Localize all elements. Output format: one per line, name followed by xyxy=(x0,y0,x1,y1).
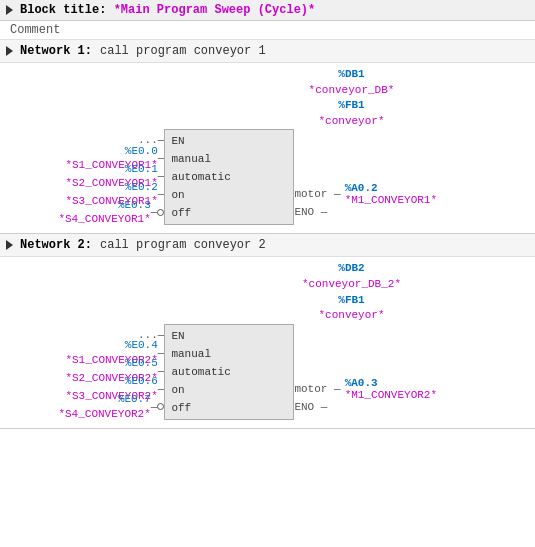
fb-port-row: on xyxy=(165,381,293,399)
fb-addr: %FB1 xyxy=(338,294,364,306)
fb-name: *conveyor* xyxy=(318,309,384,321)
network-number: Network 1: xyxy=(20,44,92,58)
right-pin-addr: %A0.2 xyxy=(345,182,437,194)
fb-port-row: manual xyxy=(165,150,293,168)
pin-addr: %E0.0 xyxy=(125,145,158,157)
right-pins: motor — %A0.2 *M1_CONVEYOR1* ENO — xyxy=(294,131,437,221)
right-pin-addr: %A0.3 xyxy=(345,377,437,389)
pin-connector: — xyxy=(158,188,165,200)
fb-port-label: on xyxy=(171,189,184,201)
network-call-text: call program conveyor 1 xyxy=(100,44,266,58)
fb-port-label: on xyxy=(171,384,184,396)
pin-var: *S4_CONVEYOR2* xyxy=(58,408,150,420)
network-number: Network 2: xyxy=(20,238,92,252)
left-pins: ...— %E0.0 *S1_CONVEYOR1* — %E0.1 *S2_CO… xyxy=(8,131,164,221)
pin-connector: — xyxy=(158,170,165,182)
collapse-icon[interactable] xyxy=(6,5,13,15)
fb-port-label: off xyxy=(171,402,191,414)
fb-port-row: off xyxy=(165,204,293,222)
fb-port-label: off xyxy=(171,207,191,219)
pin-addr: %E0.1 xyxy=(125,163,158,175)
network-body-2: %DB2 *conveyor_DB_2* %FB1 *conveyor* ...… xyxy=(0,257,535,427)
comment-label: Comment xyxy=(10,23,60,37)
block-title-prefix: Block title: xyxy=(20,3,106,17)
db-fb-labels: %DB2 *conveyor_DB_2* %FB1 *conveyor* xyxy=(176,261,527,323)
fb-box: ENmanualautomaticonoff xyxy=(164,324,294,420)
eno-label: ENO — xyxy=(294,206,327,218)
comment-row: Comment xyxy=(0,21,535,40)
right-pin-row: ENO — xyxy=(294,398,327,416)
right-port-label: motor — xyxy=(294,188,340,200)
fb-port-label: EN xyxy=(171,135,184,147)
right-pin-row: motor — %A0.2 *M1_CONVEYOR1* xyxy=(294,185,437,203)
fb-port-row: off xyxy=(165,399,293,417)
pin-connector: — xyxy=(158,347,165,359)
pin-addr: %E0.4 xyxy=(125,339,158,351)
db-addr: %DB2 xyxy=(338,262,364,274)
not-connector: — xyxy=(151,206,165,218)
network-header-2[interactable]: Network 2: call program conveyor 2 xyxy=(0,234,535,257)
fb-port-label: automatic xyxy=(171,171,230,183)
fb-port-row: automatic xyxy=(165,363,293,381)
pin-connector: — xyxy=(151,206,165,218)
block-title-bar: Block title: *Main Program Sweep (Cycle)… xyxy=(0,0,535,21)
db-name: *conveyor_DB* xyxy=(309,84,395,96)
pin-addr: %E0.3 xyxy=(118,199,151,211)
network-body-1: %DB1 *conveyor_DB* %FB1 *conveyor* ...— … xyxy=(0,63,535,233)
db-addr: %DB1 xyxy=(338,68,364,80)
fb-box: ENmanualautomaticonoff xyxy=(164,129,294,225)
pin-addr: %E0.6 xyxy=(125,375,158,387)
network-collapse-icon[interactable] xyxy=(6,46,13,56)
network-section-2: Network 2: call program conveyor 2 %DB2 … xyxy=(0,234,535,428)
fb-port-row: manual xyxy=(165,345,293,363)
pin-connector: — xyxy=(158,152,165,164)
pin-addr: %E0.5 xyxy=(125,357,158,369)
db-fb-labels: %DB1 *conveyor_DB* %FB1 *conveyor* xyxy=(176,67,527,129)
not-connector: — xyxy=(151,401,165,413)
connector-dash: — xyxy=(158,383,165,395)
fb-port-label: automatic xyxy=(171,366,230,378)
fb-port-label: manual xyxy=(171,153,211,165)
db-name: *conveyor_DB_2* xyxy=(302,278,401,290)
network-call-text: call program conveyor 2 xyxy=(100,238,266,252)
right-port-label: motor — xyxy=(294,383,340,395)
right-pin-row: ENO — xyxy=(294,203,327,221)
fb-port-label: EN xyxy=(171,330,184,342)
network-collapse-icon[interactable] xyxy=(6,240,13,250)
fb-container: ...— %E0.0 *S1_CONVEYOR1* — %E0.1 *S2_CO… xyxy=(8,129,527,225)
connector-dash: — xyxy=(158,152,165,164)
fb-port-label: manual xyxy=(171,348,211,360)
right-pin-var: *M1_CONVEYOR1* xyxy=(345,194,437,206)
fb-port-row: automatic xyxy=(165,168,293,186)
pin-connector: — xyxy=(158,365,165,377)
left-pins: ...— %E0.4 *S1_CONVEYOR2* — %E0.5 *S2_CO… xyxy=(8,326,164,416)
fb-port-row: EN xyxy=(165,327,293,345)
fb-name: *conveyor* xyxy=(318,115,384,127)
pin-connector: — xyxy=(158,383,165,395)
connector-dash: — xyxy=(158,365,165,377)
left-pin-row: %E0.3 *S4_CONVEYOR1* — xyxy=(21,203,165,221)
pin-var: *S4_CONVEYOR1* xyxy=(58,213,150,225)
eno-label: ENO — xyxy=(294,401,327,413)
fb-container: ...— %E0.4 *S1_CONVEYOR2* — %E0.5 *S2_CO… xyxy=(8,324,527,420)
right-pin-var: *M1_CONVEYOR2* xyxy=(345,389,437,401)
pin-addr: %E0.2 xyxy=(125,181,158,193)
connector-dash: — xyxy=(158,188,165,200)
right-pins: motor — %A0.3 *M1_CONVEYOR2* ENO — xyxy=(294,326,437,416)
left-pin-row: %E0.7 *S4_CONVEYOR2* — xyxy=(21,398,165,416)
block-title-label: Block title: *Main Program Sweep (Cycle)… xyxy=(20,3,315,17)
network-header-1[interactable]: Network 1: call program conveyor 1 xyxy=(0,40,535,63)
pin-connector: — xyxy=(151,401,165,413)
network-section-1: Network 1: call program conveyor 1 %DB1 … xyxy=(0,40,535,234)
fb-port-row: EN xyxy=(165,132,293,150)
right-pin-row: motor — %A0.3 *M1_CONVEYOR2* xyxy=(294,380,437,398)
fb-addr: %FB1 xyxy=(338,99,364,111)
networks-container: Network 1: call program conveyor 1 %DB1 … xyxy=(0,40,535,429)
connector-dash: — xyxy=(158,347,165,359)
connector-dash: — xyxy=(158,170,165,182)
fb-port-row: on xyxy=(165,186,293,204)
pin-addr: %E0.7 xyxy=(118,393,151,405)
block-title-name: *Main Program Sweep (Cycle)* xyxy=(114,3,316,17)
